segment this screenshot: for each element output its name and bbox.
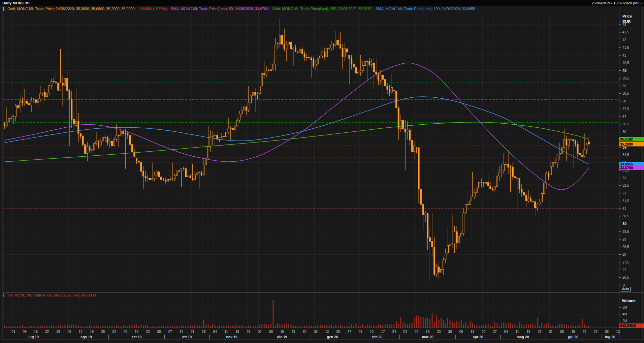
svg-text:15: 15 xyxy=(34,330,38,334)
svg-text:02: 02 xyxy=(404,330,408,334)
svg-text:02: 02 xyxy=(112,330,116,334)
svg-text:22: 22 xyxy=(582,330,586,334)
svg-text:13: 13 xyxy=(325,330,329,334)
svg-text:04: 04 xyxy=(504,330,508,334)
svg-text:set 19: set 19 xyxy=(132,335,142,339)
auto-scale-button[interactable]: Auto xyxy=(621,287,631,291)
svg-text:35,5182: 35,5182 xyxy=(620,137,633,141)
svg-text:14: 14 xyxy=(180,330,184,334)
legend-sma50-series[interactable]: SMA; MONC.MI; Trade Price(Last); 50; 24/… xyxy=(171,7,269,11)
svg-text:29: 29 xyxy=(594,330,598,334)
svg-text:32,5: 32,5 xyxy=(622,184,629,187)
svg-text:42: 42 xyxy=(622,38,626,42)
svg-text:27,5: 27,5 xyxy=(622,260,629,264)
svg-text:36,5: 36,5 xyxy=(622,122,629,126)
svg-text:18: 18 xyxy=(526,330,530,334)
svg-text:35,2000: 35,2000 xyxy=(620,142,633,146)
volume-axis-title: Volume xyxy=(622,299,636,303)
svg-text:06: 06 xyxy=(314,330,318,334)
svg-text:642.640,0: 642.640,0 xyxy=(620,323,636,328)
svg-text:33: 33 xyxy=(622,176,626,180)
svg-text:26: 26 xyxy=(101,330,105,334)
svg-text:4M: 4M xyxy=(622,312,627,316)
sma-100-line xyxy=(4,97,589,164)
svg-text:23: 23 xyxy=(291,330,295,334)
svg-text:11: 11 xyxy=(224,330,228,334)
svg-text:26,5: 26,5 xyxy=(622,276,629,279)
svg-text:23: 23 xyxy=(437,330,441,334)
legend-volume-series[interactable]: Vol; MONC.MI; Trade Price; 24/06/2020; 6… xyxy=(7,293,96,297)
svg-text:2M: 2M xyxy=(622,319,627,323)
svg-text:06: 06 xyxy=(459,330,463,334)
volume-legend-marker-icon[interactable] xyxy=(3,293,4,297)
svg-text:lug 20: lug 20 xyxy=(605,335,615,339)
candles-layer xyxy=(4,19,589,282)
svg-text:42,5: 42,5 xyxy=(622,30,629,34)
svg-text:15: 15 xyxy=(571,330,575,334)
svg-text:25: 25 xyxy=(247,330,251,334)
svg-text:36: 36 xyxy=(622,130,626,134)
svg-text:38: 38 xyxy=(622,99,626,103)
svg-text:04: 04 xyxy=(213,330,217,334)
svg-text:30: 30 xyxy=(448,330,452,334)
price-chart-canvas[interactable]: 2626,52727,52828,52929,53030,53131,53232… xyxy=(0,0,644,343)
price-axis-title-line1: Price xyxy=(622,13,632,19)
chart-title: Daily MONC.MI xyxy=(2,1,30,5)
svg-text:19: 19 xyxy=(90,330,94,334)
svg-text:13: 13 xyxy=(471,330,475,334)
svg-text:30: 30 xyxy=(302,330,307,334)
svg-text:29,5: 29,5 xyxy=(622,230,629,233)
svg-text:40: 40 xyxy=(622,68,626,72)
svg-text:6M: 6M xyxy=(622,306,627,309)
title-bar: Daily MONC.MI 25/06/2019 - 13/07/2020 (M… xyxy=(0,0,644,6)
legend-sma100-series[interactable]: SMA; MONC.MI; Trade Price(Last); 100; 24… xyxy=(376,7,475,11)
price-axis-title: Price EUR xyxy=(622,13,632,24)
legend-candle-change: -0,6400; (-1,79%); xyxy=(138,7,168,11)
svg-text:27: 27 xyxy=(347,330,351,334)
svg-text:giu 20: giu 20 xyxy=(568,335,579,339)
svg-text:08: 08 xyxy=(560,330,564,334)
svg-text:40,5: 40,5 xyxy=(622,61,629,65)
svg-text:16: 16 xyxy=(135,330,139,334)
svg-text:41,5: 41,5 xyxy=(622,46,629,50)
legend-collapse-marker-icon[interactable] xyxy=(3,7,4,11)
svg-text:31,5: 31,5 xyxy=(622,199,629,203)
svg-text:23: 23 xyxy=(146,330,150,334)
price-axis-title-line2: EUR xyxy=(622,19,632,24)
price-axis[interactable]: 2626,52727,52828,52929,53030,53131,53232… xyxy=(619,23,629,287)
svg-text:11: 11 xyxy=(515,330,519,334)
svg-text:gen 20: gen 20 xyxy=(327,335,338,339)
date-range-label: 25/06/2019 - 13/07/2020 (MIL) xyxy=(591,1,642,5)
svg-text:39: 39 xyxy=(622,84,626,88)
volume-bars-layer xyxy=(4,300,589,328)
svg-text:03: 03 xyxy=(359,330,363,334)
svg-text:29: 29 xyxy=(56,330,60,334)
svg-text:18: 18 xyxy=(235,330,239,334)
legend-candle-series[interactable]: Cndl; MONC.MI; Trade Price; 24/06/2020; … xyxy=(7,7,135,11)
svg-text:lug 19: lug 19 xyxy=(29,335,39,339)
svg-text:02: 02 xyxy=(258,330,262,334)
svg-text:09: 09 xyxy=(269,330,273,334)
svg-text:09: 09 xyxy=(124,330,128,334)
volume-pane-legend: Vol; MONC.MI; Trade Price; 24/06/2020; 6… xyxy=(3,293,96,297)
volume-axis[interactable]: 2M4M6M642.640,0 xyxy=(619,306,644,328)
svg-text:28: 28 xyxy=(622,253,626,256)
svg-text:33,6700: 33,6700 xyxy=(620,166,633,170)
svg-text:10: 10 xyxy=(370,330,374,334)
svg-text:mar 20: mar 20 xyxy=(422,335,433,339)
svg-text:07: 07 xyxy=(168,330,172,334)
svg-text:32: 32 xyxy=(622,191,626,195)
svg-text:30: 30 xyxy=(157,330,161,334)
legend-sma200-series[interactable]: SMA; MONC.MI; Trade Price(Last); 200; 24… xyxy=(272,7,373,11)
svg-text:feb 20: feb 20 xyxy=(372,335,383,339)
support-resistance-levels xyxy=(3,83,619,209)
svg-text:16: 16 xyxy=(426,330,430,334)
svg-text:38,5: 38,5 xyxy=(622,92,629,95)
svg-text:34,5: 34,5 xyxy=(622,153,629,157)
svg-text:30,5: 30,5 xyxy=(622,214,629,218)
svg-text:nov 19: nov 19 xyxy=(226,335,237,339)
svg-text:21: 21 xyxy=(191,330,195,334)
svg-text:39,5: 39,5 xyxy=(622,76,629,80)
svg-text:22: 22 xyxy=(45,330,49,334)
date-axis[interactable]: 0108152229051219260209162330071421280411… xyxy=(11,330,620,339)
